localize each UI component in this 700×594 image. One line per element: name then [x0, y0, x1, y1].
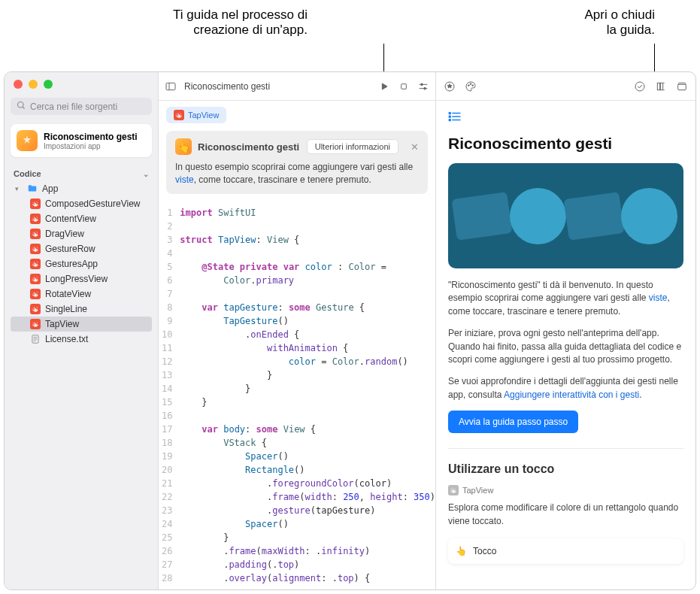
- swift-icon: [30, 304, 41, 314]
- file-item-tapview[interactable]: TapView: [11, 317, 152, 332]
- file-label: ContentView: [45, 214, 96, 224]
- swift-icon: [448, 485, 459, 496]
- search-placeholder: Cerca nei file sorgenti: [30, 102, 117, 112]
- stop-button-icon[interactable]: [398, 80, 410, 92]
- svg-point-0: [18, 102, 24, 108]
- folder-app[interactable]: ▾ App: [11, 181, 152, 196]
- guide-link-viste[interactable]: viste: [649, 292, 668, 303]
- file-label: RotateView: [45, 289, 91, 299]
- file-label: DragView: [45, 229, 84, 239]
- guide-p3-post: .: [639, 389, 641, 400]
- list-icon[interactable]: [448, 111, 683, 124]
- tocco-icon: 👆: [456, 546, 467, 556]
- svg-rect-33: [678, 84, 686, 89]
- editor-toolbar: Riconoscimento gesti: [159, 72, 435, 101]
- annotation-left-line-2: creazione di un'app.: [173, 23, 308, 38]
- file-label: LongPressView: [45, 274, 108, 284]
- guide-section-desc: Esplora come modificare il colore di un …: [448, 502, 683, 528]
- search-input[interactable]: Cerca nei file sorgenti: [11, 98, 152, 115]
- file-item-dragview[interactable]: DragView: [11, 226, 152, 241]
- file-item-composedgestureview[interactable]: ComposedGestureView: [11, 196, 152, 211]
- tapview-badge-label: TapView: [462, 486, 493, 495]
- guide-hero-image: [448, 163, 683, 268]
- section-label: Codice: [14, 169, 41, 178]
- tocco-label: Tocco: [473, 546, 496, 556]
- project-subtitle: Impostazioni app: [44, 142, 138, 150]
- swift-icon: [174, 110, 184, 120]
- file-item-rotateview[interactable]: RotateView: [11, 286, 152, 302]
- svg-point-25: [468, 84, 470, 86]
- banner-app-icon: 👆: [175, 138, 192, 155]
- svg-marker-17: [382, 83, 387, 89]
- app-window: Cerca nei file sorgenti Riconoscimento g…: [4, 71, 696, 590]
- swift-icon: [30, 259, 41, 269]
- adjust-icon[interactable]: [417, 80, 429, 92]
- editor-pane: Riconoscimento gesti TapView 👆 Ricon: [159, 72, 436, 589]
- file-item-gesturesapp[interactable]: GesturesApp: [11, 256, 152, 271]
- window-minimize-button[interactable]: [29, 80, 38, 89]
- swift-icon: [30, 319, 41, 329]
- svg-point-39: [449, 119, 450, 120]
- file-item-contentview[interactable]: ContentView: [11, 211, 152, 226]
- sidebar-section-header[interactable]: Codice ⌄: [5, 163, 158, 181]
- disclosure-triangle-icon[interactable]: ▾: [15, 185, 23, 192]
- file-item-gesturerow[interactable]: GestureRow: [11, 241, 152, 256]
- editor-tab-tapview[interactable]: TapView: [166, 107, 226, 123]
- code-area[interactable]: 1234567891011121314151617181920212223242…: [159, 202, 435, 589]
- swift-icon: [30, 289, 41, 299]
- svg-point-37: [449, 112, 450, 114]
- folder-label: App: [42, 183, 58, 194]
- guide-p2: Per iniziare, prova ogni gesto nell'ante…: [448, 327, 683, 366]
- guide-toolbar: [436, 72, 695, 101]
- info-banner: 👆 Riconoscimento gesti Ulteriori informa…: [166, 131, 428, 194]
- banner-text-post: , come toccare, trascinare e tenere prem…: [194, 174, 371, 185]
- project-title: Riconoscimento gesti: [44, 132, 138, 142]
- file-item-longpressview[interactable]: LongPressView: [11, 271, 152, 286]
- svg-rect-30: [660, 83, 662, 89]
- sidebar: Cerca nei file sorgenti Riconoscimento g…: [5, 72, 159, 589]
- guide-pane: Riconoscimento gesti "Riconoscimento ges…: [436, 72, 695, 589]
- window-close-button[interactable]: [14, 80, 23, 89]
- archive-icon[interactable]: [676, 80, 688, 92]
- svg-line-1: [23, 107, 24, 108]
- file-label: SingleLine: [45, 304, 87, 314]
- palette-icon[interactable]: [465, 80, 477, 92]
- tapview-badge[interactable]: TapView: [448, 485, 683, 496]
- start-guide-button[interactable]: Avvia la guida passo passo: [448, 411, 578, 433]
- file-license[interactable]: License.txt: [11, 332, 152, 347]
- run-button-icon[interactable]: [378, 80, 390, 92]
- svg-rect-29: [657, 83, 659, 89]
- source-code[interactable]: import SwiftUI struct TapView: View { @S…: [180, 206, 435, 589]
- file-label: TapView: [45, 319, 79, 329]
- tab-label: TapView: [188, 111, 219, 120]
- swift-icon: [30, 244, 41, 254]
- window-zoom-button[interactable]: [44, 80, 53, 89]
- file-item-singleline[interactable]: SingleLine: [11, 302, 152, 317]
- swift-icon: [30, 214, 41, 224]
- toggle-sidebar-icon[interactable]: [165, 80, 177, 92]
- breadcrumb[interactable]: Riconoscimento gesti: [184, 81, 371, 92]
- guide-toggle-icon[interactable]: [655, 80, 667, 92]
- svg-point-22: [424, 87, 426, 89]
- annotation-right-line-2: la guida.: [584, 23, 655, 38]
- tocco-card[interactable]: 👆 Tocco: [448, 538, 683, 564]
- guide-link-interactivity[interactable]: Aggiungere interattività con i gesti: [504, 389, 639, 400]
- more-info-button[interactable]: Ulteriori informazioni: [307, 139, 398, 154]
- file-label: License.txt: [45, 334, 88, 344]
- checkmark-circle-icon[interactable]: [634, 80, 646, 92]
- swift-icon: [30, 274, 41, 284]
- annotation-left-line-1: Ti guida nel processo di: [173, 8, 308, 23]
- close-banner-button[interactable]: ✕: [411, 141, 419, 153]
- guide-section-title-touch: Utilizzare un tocco: [448, 462, 683, 476]
- svg-point-26: [470, 83, 471, 84]
- banner-link-viste[interactable]: viste: [175, 174, 194, 185]
- banner-title: Riconoscimento gesti: [198, 141, 299, 153]
- folder-icon: [27, 183, 38, 194]
- file-label: GestureRow: [45, 244, 95, 254]
- star-circle-icon[interactable]: [444, 80, 456, 92]
- file-label: ComposedGestureView: [45, 199, 141, 209]
- annotation-right-line-1: Apri o chiudi: [584, 8, 655, 23]
- chevron-down-icon: ⌄: [143, 170, 149, 178]
- svg-point-28: [635, 82, 644, 91]
- project-settings-card[interactable]: Riconoscimento gesti Impostazioni app: [11, 124, 152, 157]
